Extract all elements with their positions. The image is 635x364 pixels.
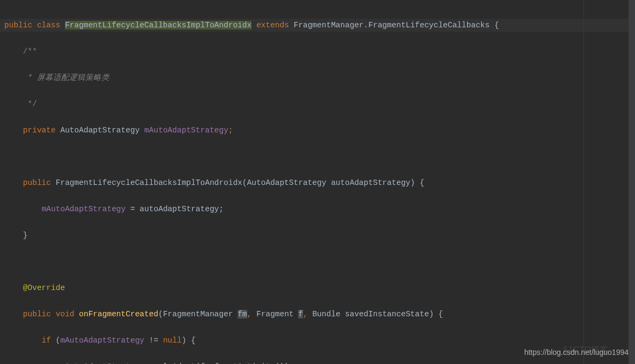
param-type: Bundle [312, 310, 340, 318]
code-line: * 屏幕适配逻辑策略类 [4, 71, 631, 85]
code-line: */ [4, 98, 631, 111]
code-line: @Override [4, 281, 631, 295]
keyword-public: public [23, 179, 51, 187]
param-type: Fragment [256, 310, 294, 318]
keyword-private: private [23, 126, 56, 135]
code-line: public void onFragmentCreated(FragmentMa… [4, 308, 631, 321]
param-name-highlighted: f [298, 310, 303, 318]
constructor-name: FragmentLifecycleCallbacksImplToAndroidx [56, 179, 242, 187]
field-type: AutoAdaptStrategy [60, 126, 139, 135]
class-name-highlighted: FragmentLifecycleCallbacksImplToAndroidx [65, 21, 252, 29]
code-line: public class FragmentLifecycleCallbacksI… [0, 19, 635, 32]
code-editor[interactable]: public class FragmentLifecycleCallbacksI… [0, 0, 635, 364]
method-call: applyAdapt [149, 362, 196, 365]
code-line: mAutoAdaptStrategy = autoAdaptStrategy; [4, 203, 631, 216]
code-line: mAutoAdaptStrategy.applyAdapt(f, f.getAc… [4, 360, 631, 365]
method-name: onFragmentCreated [79, 310, 158, 318]
blank-line [4, 150, 631, 164]
comment-close: */ [23, 100, 37, 108]
keyword-void: void [56, 310, 75, 318]
keyword-extends: extends [256, 21, 289, 29]
blank-line [4, 255, 631, 269]
keyword-public: public [4, 21, 32, 29]
semicolon: ; [228, 126, 233, 135]
param-name: autoAdaptStrategy [331, 179, 410, 187]
param-type: FragmentManager [163, 310, 233, 318]
watermark-url: https://blog.csdn.net/luguo1994 [524, 346, 629, 359]
parent-class: FragmentManager.FragmentLifecycleCallbac… [294, 21, 490, 29]
call-args: (f, f.getActivity()); [196, 362, 294, 365]
param-name: savedInstanceState [345, 310, 429, 318]
vertical-scrollbar[interactable] [629, 0, 635, 364]
brace: { [490, 21, 499, 29]
assignment: = autoAdaptStrategy; [125, 205, 224, 213]
code-line: if (mAutoAdaptStrategy != null) { [4, 334, 631, 347]
comment-body: * 屏幕适配逻辑策略类 [23, 73, 109, 82]
code-line: /** [4, 45, 631, 58]
param-type: AutoAdaptStrategy [247, 179, 327, 187]
keyword-if: if [42, 336, 51, 345]
field-ref: mAutoAdaptStrategy [60, 336, 144, 345]
keyword-class: class [37, 21, 61, 29]
code-line: public FragmentLifecycleCallbacksImplToA… [4, 176, 631, 190]
field-name: mAutoAdaptStrategy [144, 126, 228, 135]
param-name-highlighted: fm [238, 310, 247, 318]
keyword-null: null [163, 336, 182, 345]
operator: != [144, 336, 163, 345]
field-ref: mAutoAdaptStrategy [42, 205, 126, 213]
margin-guide [584, 0, 584, 364]
comment-open: /** [23, 47, 37, 56]
keyword-public: public [23, 310, 51, 318]
annotation-override: @Override [23, 284, 65, 292]
field-ref: mAutoAdaptStrategy [60, 362, 144, 365]
code-line: private AutoAdaptStrategy mAutoAdaptStra… [4, 124, 631, 137]
code-line: } [4, 229, 631, 242]
